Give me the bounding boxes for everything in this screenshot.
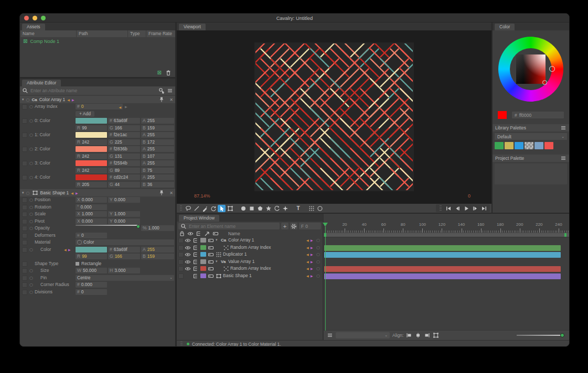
slider-knob[interactable] — [136, 225, 140, 228]
align-left-icon[interactable] — [406, 332, 412, 338]
attribute-search-input[interactable]: Enter an Attribute name — [30, 88, 156, 93]
keyframe-circle-icon[interactable]: ○ — [29, 211, 33, 217]
frame-fit-icon[interactable] — [433, 332, 439, 338]
array-index-field[interactable]: #0◀ — [76, 104, 123, 109]
element-color-swatch[interactable] — [200, 252, 206, 257]
keyframe-circle-icon[interactable]: ○ — [29, 196, 33, 203]
collapse-chevron-icon[interactable]: ▾ — [22, 97, 24, 102]
titlebar[interactable]: Cavalry: Untitled — [20, 14, 569, 23]
enable-checkbox[interactable] — [22, 198, 27, 203]
output-connector-icon[interactable]: ▶ — [311, 265, 313, 272]
solo-circle-icon[interactable]: ○ — [316, 244, 320, 251]
tool-lasso[interactable] — [184, 205, 192, 212]
tool-polygon[interactable] — [256, 205, 264, 212]
red-field[interactable]: R242 — [76, 168, 107, 173]
enable-checkbox[interactable] — [22, 268, 27, 273]
range-end-cap[interactable] — [564, 233, 566, 237]
collapse-chevron-icon[interactable]: ▾ — [22, 191, 24, 195]
palette-swatch[interactable] — [495, 142, 504, 149]
alpha-field[interactable]: A255 — [141, 132, 174, 138]
tool-pen[interactable] — [201, 205, 209, 212]
lock-checkbox[interactable] — [178, 245, 184, 250]
trash-icon[interactable] — [165, 70, 172, 76]
add-button[interactable]: + Add — [76, 111, 94, 117]
output-connector-icon[interactable]: ▶ — [68, 246, 71, 253]
value-field[interactable]: X1.000 — [76, 211, 107, 217]
red-field[interactable]: R242 — [76, 153, 107, 159]
viewport-canvas[interactable]: 87.14% 0 — [177, 30, 491, 204]
settings-gear-button[interactable] — [290, 223, 297, 229]
color-swatch-field[interactable] — [76, 132, 107, 138]
value-field[interactable]: X0.000 — [76, 218, 107, 224]
tool-star4[interactable] — [281, 205, 289, 212]
playback-play[interactable] — [462, 205, 470, 212]
palette-swatch[interactable] — [505, 142, 514, 149]
step-connector-icon[interactable]: ▶ — [125, 103, 127, 110]
material-field[interactable]: Color — [76, 239, 174, 245]
section-header-color-array[interactable]: ▾○CaColor Array 1◀▶✕ — [20, 96, 175, 103]
value-field[interactable]: #0 — [76, 289, 107, 295]
eye-icon[interactable] — [185, 259, 191, 265]
playback-skip-start[interactable] — [444, 205, 452, 212]
solo-circle-icon[interactable]: ○ — [316, 258, 320, 266]
enable-checkbox[interactable] — [22, 212, 27, 217]
output-connector-icon[interactable]: ▶ — [311, 237, 313, 244]
keyframe-circle-icon[interactable]: ○ — [29, 281, 33, 288]
alpha-field[interactable]: A255 — [141, 174, 174, 180]
input-connector-icon[interactable]: ◀ — [306, 237, 309, 244]
enable-checkbox[interactable] — [22, 282, 27, 288]
input-connector-icon[interactable]: ◀ — [306, 272, 309, 280]
tool-transform-box[interactable] — [226, 205, 234, 212]
blue-field[interactable]: B172 — [141, 139, 174, 145]
tool-text[interactable]: T — [294, 205, 302, 212]
track-bar[interactable] — [324, 252, 561, 258]
timeline-ruler[interactable]: 020406080100120140160180200220240 — [324, 222, 569, 233]
blue-field[interactable]: B107 — [141, 153, 174, 159]
palette-swatch[interactable] — [515, 142, 523, 149]
element-color-swatch[interactable] — [200, 259, 206, 264]
composition-render[interactable] — [254, 42, 414, 191]
blue-field[interactable]: B159 — [141, 254, 174, 259]
value-field[interactable]: Y0.000 — [108, 218, 140, 224]
playhead-handle[interactable] — [323, 223, 328, 229]
hierarchy-icon[interactable] — [193, 259, 199, 265]
element-color-swatch[interactable] — [200, 266, 206, 271]
output-connector-icon[interactable]: ▶ — [311, 272, 313, 280]
asset-row-comp-node[interactable]: ⊠ Comp Node 1 — [20, 37, 175, 44]
keyframe-circle-icon[interactable]: ○ — [29, 225, 33, 232]
enable-checkbox[interactable] — [22, 205, 27, 210]
element-search-input[interactable]: Enter an Element name — [178, 223, 280, 229]
add-element-button[interactable]: + — [281, 223, 288, 229]
hex-field[interactable]: #63a69f — [108, 247, 140, 253]
enable-checkbox[interactable] — [22, 226, 27, 231]
value-field[interactable]: °0.000 — [76, 204, 107, 210]
keyframe-circle-icon[interactable]: ○ — [29, 131, 33, 138]
hierarchy-icon[interactable] — [193, 245, 199, 251]
track-bar[interactable] — [324, 273, 561, 279]
assets-col-type[interactable]: Type — [127, 30, 146, 37]
element-row-duplicator-1[interactable]: Duplicator 1◀▶○ — [177, 251, 323, 258]
tag-icon[interactable] — [208, 245, 214, 251]
red-field[interactable]: R99 — [76, 125, 107, 131]
enable-checkbox[interactable] — [22, 276, 27, 281]
enable-checkbox[interactable] — [22, 219, 27, 224]
enable-checkbox[interactable] — [22, 290, 27, 295]
track-bar[interactable] — [324, 266, 561, 272]
menu-icon[interactable] — [167, 87, 173, 94]
green-field[interactable]: G225 — [108, 139, 140, 145]
tool-arc[interactable] — [273, 205, 281, 212]
hierarchy-icon[interactable] — [193, 237, 199, 244]
pin-icon[interactable] — [158, 96, 165, 103]
tab-color[interactable]: Color — [495, 24, 515, 30]
slider-knob[interactable] — [560, 333, 564, 337]
timeline-menu-icon[interactable] — [327, 332, 333, 338]
library-palettes-menu-icon[interactable] — [560, 125, 566, 131]
hue-selector[interactable] — [549, 66, 555, 72]
tag-icon[interactable] — [208, 237, 214, 244]
hex-color-field[interactable]: # ff0000 — [512, 112, 564, 118]
tab-attribute-editor[interactable]: Attribute Editor — [22, 80, 61, 86]
keyframe-circle-icon[interactable]: ○ — [29, 246, 33, 253]
keyframe-circle-icon[interactable]: ○ — [29, 146, 33, 152]
lock-checkbox[interactable] — [178, 259, 184, 265]
align-right-icon[interactable] — [424, 332, 430, 338]
